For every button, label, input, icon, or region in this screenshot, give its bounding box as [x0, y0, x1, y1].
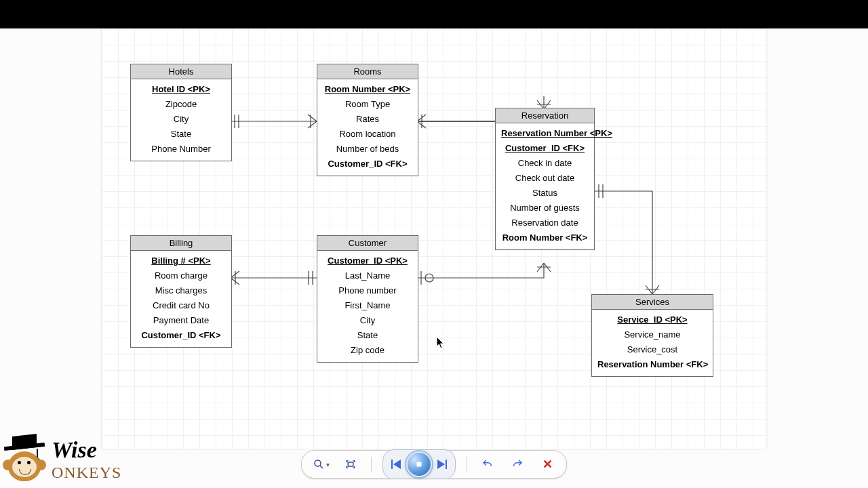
first-frame-button[interactable] — [387, 456, 403, 472]
entity-attribute: State — [136, 127, 226, 142]
entity-billing[interactable]: Billing Billing # <PK>Room chargeMisc ch… — [130, 235, 232, 348]
entity-attribute: Reservation Number <PK> — [501, 126, 589, 141]
undo-button[interactable] — [478, 455, 497, 474]
entity-attribute: Phone Number — [136, 142, 226, 157]
entity-attribute: Room location — [323, 127, 412, 142]
entity-attribute: Zipcode — [136, 97, 226, 112]
redo-button[interactable] — [508, 455, 527, 474]
entity-attribute: Customer_ID <PK> — [323, 253, 412, 268]
entity-attribute: Check out date — [501, 171, 589, 186]
entity-title: Rooms — [317, 64, 418, 79]
entity-attribute: Room Type — [323, 97, 412, 112]
entity-attribute: Service_cost — [597, 342, 707, 357]
entity-hotels[interactable]: Hotels Hotel ID <PK>ZipcodeCityStatePhon… — [130, 64, 232, 161]
entity-reservation[interactable]: Reservation Reservation Number <PK>Custo… — [495, 108, 595, 250]
entity-attribute: Customer_ID <FK> — [136, 328, 226, 343]
toolbar-divider — [467, 457, 467, 472]
entity-attrs: Customer_ID <PK>Last_NamePhone numberFir… — [317, 251, 418, 362]
entity-attribute: Service_name — [597, 327, 707, 342]
entity-attribute: Check in date — [501, 156, 589, 171]
entity-attribute: Reservation date — [501, 216, 589, 230]
entity-attribute: Zip code — [323, 343, 412, 358]
monkey-icon — [3, 435, 46, 485]
entity-attribute: Billing # <PK> — [136, 253, 226, 268]
next-frame-button[interactable] — [435, 456, 451, 472]
svg-point-1 — [315, 460, 321, 466]
close-button[interactable]: ✕ — [538, 455, 557, 474]
entity-attribute: State — [323, 328, 412, 343]
toolbar-divider — [371, 457, 372, 472]
entity-attribute: Room Number <PK> — [323, 82, 412, 97]
entity-title: Hotels — [131, 64, 231, 79]
fit-screen-button[interactable] — [341, 455, 360, 474]
entity-attribute: Status — [501, 186, 589, 201]
entity-attribute: Hotel ID <PK> — [136, 82, 226, 97]
svg-rect-4 — [417, 462, 422, 467]
svg-rect-3 — [348, 462, 353, 466]
entity-attribute: Payment Date — [136, 313, 226, 328]
diagram-paper[interactable]: Hotels Hotel ID <PK>ZipcodeCityStatePhon… — [102, 28, 766, 449]
entity-attrs: Service_ID <PK>Service_nameService_costR… — [592, 310, 713, 376]
window-titlebar — [0, 0, 868, 28]
entity-attribute: Reservation Number <FK> — [597, 357, 707, 372]
entity-attribute: Room charge — [136, 268, 226, 283]
entity-attribute: Number of guests — [501, 201, 589, 216]
entity-attrs: Billing # <PK>Room chargeMisc chargesCre… — [131, 251, 231, 347]
entity-title: Billing — [131, 236, 231, 251]
brand-logo: Wise onkeys — [3, 435, 121, 485]
svg-line-2 — [320, 466, 323, 468]
entity-attrs: Reservation Number <PK>Customer_ID <FK>C… — [496, 123, 594, 249]
canvas-area: Hotels Hotel ID <PK>ZipcodeCityStatePhon… — [0, 28, 868, 488]
entity-attribute: Service_ID <PK> — [597, 312, 707, 327]
entity-attribute: Customer_ID <FK> — [323, 157, 412, 171]
playback-group — [382, 449, 456, 479]
entity-attribute: City — [323, 313, 412, 328]
entity-title: Reservation — [496, 108, 594, 123]
entity-attribute: Room Number <FK> — [501, 230, 589, 245]
entity-attribute: Number of beds — [323, 142, 412, 157]
entity-title: Services — [592, 295, 713, 310]
entity-services[interactable]: Services Service_ID <PK>Service_nameServ… — [591, 294, 713, 377]
entity-attrs: Hotel ID <PK>ZipcodeCityStatePhone Numbe… — [131, 79, 231, 161]
entity-attribute: Phone number — [323, 283, 412, 298]
zoom-button[interactable] — [311, 455, 330, 474]
entity-attribute: Customer_ID <FK> — [501, 141, 589, 156]
entity-rooms[interactable]: Rooms Room Number <PK>Room TypeRatesRoom… — [317, 64, 418, 176]
entity-attribute: Last_Name — [323, 268, 412, 283]
entity-attribute: Rates — [323, 112, 412, 127]
entity-attribute: First_Name — [323, 298, 412, 313]
logo-text-line2: onkeys — [52, 460, 121, 481]
stop-play-button[interactable] — [406, 451, 432, 477]
entity-attribute: Misc charges — [136, 283, 226, 298]
player-toolbar: ✕ — [301, 450, 567, 479]
entity-attribute: Credit card No — [136, 298, 226, 313]
entity-attrs: Room Number <PK>Room TypeRatesRoom locat… — [317, 79, 418, 176]
entity-attribute: City — [136, 112, 226, 127]
entity-title: Customer — [317, 236, 418, 251]
entity-customer[interactable]: Customer Customer_ID <PK>Last_NamePhone … — [317, 235, 418, 363]
